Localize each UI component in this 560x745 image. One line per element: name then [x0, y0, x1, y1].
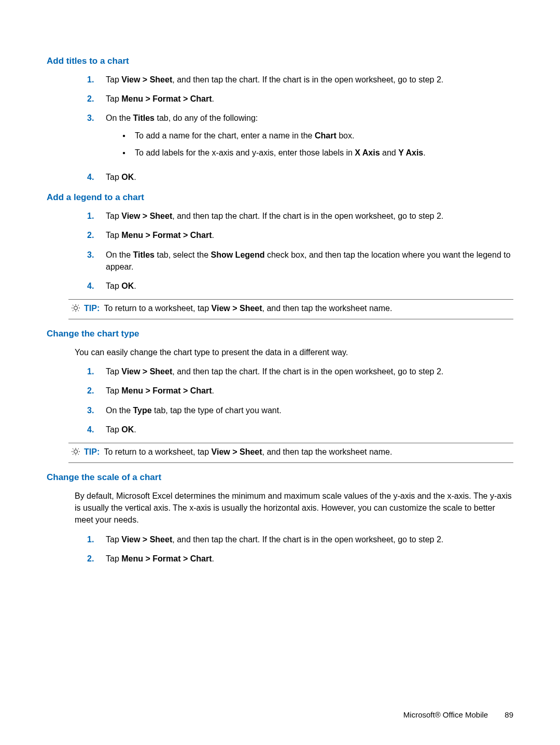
- svg-line-8: [78, 311, 79, 312]
- heading-add-legend: Add a legend to a chart: [47, 192, 513, 203]
- text: .: [212, 94, 214, 103]
- text: To return to a worksheet, tap: [104, 447, 211, 456]
- bold-text: Menu > Format > Chart: [121, 386, 212, 395]
- step-item: 2. Tap Menu > Format > Chart.: [87, 553, 513, 565]
- svg-line-7: [73, 311, 74, 312]
- page-number: 89: [505, 710, 513, 719]
- step-text: On the Titles tab, select the Show Legen…: [106, 249, 513, 273]
- step-text: Tap OK.: [106, 424, 513, 435]
- lightbulb-icon: [72, 448, 80, 458]
- step-item: 1. Tap View > Sheet, and then tap the ch…: [87, 533, 513, 545]
- bold-text: Titles: [133, 114, 155, 122]
- step-text: Tap OK.: [106, 171, 513, 183]
- text: , and then tap the chart. If the chart i…: [172, 212, 443, 220]
- text: To add a name for the chart, enter a nam…: [135, 131, 315, 140]
- bold-text: Menu > Format > Chart: [121, 554, 212, 563]
- text: .: [134, 425, 136, 434]
- heading-add-titles: Add titles to a chart: [47, 56, 513, 66]
- bold-text: X Axis: [355, 148, 380, 157]
- bold-text: View > Sheet: [121, 367, 172, 376]
- bold-text: Chart: [315, 131, 337, 140]
- steps-list: 1. Tap View > Sheet, and then tap the ch…: [87, 533, 513, 565]
- text: .: [134, 282, 136, 290]
- heading-change-type: Change the chart type: [47, 329, 513, 339]
- text: Tap: [106, 231, 121, 240]
- step-item: 1. Tap View > Sheet, and then tap the ch…: [87, 74, 513, 86]
- step-item: 3. On the Type tab, tap the type of char…: [87, 404, 513, 416]
- step-number: 2.: [87, 385, 101, 397]
- intro-paragraph: By default, Microsoft Excel determines t…: [75, 490, 513, 526]
- step-item: 3. On the Titles tab, do any of the foll…: [87, 112, 513, 164]
- text: .: [423, 148, 425, 157]
- bullet-list: To add a name for the chart, enter a nam…: [120, 130, 513, 159]
- step-text: Tap View > Sheet, and then tap the chart…: [106, 366, 513, 377]
- text: Tap: [106, 367, 121, 376]
- intro-paragraph: You can easily change the chart type to …: [75, 346, 513, 358]
- svg-line-6: [78, 305, 79, 306]
- step-text: Tap Menu > Format > Chart.: [106, 229, 513, 241]
- step-item: 2. Tap Menu > Format > Chart.: [87, 229, 513, 241]
- text: On the: [106, 114, 133, 122]
- text: .: [212, 231, 214, 240]
- step-number: 3.: [87, 112, 101, 124]
- tip-text: TIP: To return to a worksheet, tap View …: [84, 447, 392, 457]
- tip-callout: TIP: To return to a worksheet, tap View …: [68, 443, 513, 463]
- text: .: [212, 554, 214, 563]
- steps-list: 1. Tap View > Sheet, and then tap the ch…: [87, 210, 513, 292]
- bullet-item: To add labels for the x-axis and y-axis,…: [120, 147, 513, 159]
- bold-text: View > Sheet: [121, 212, 172, 220]
- bold-text: View > Sheet: [212, 447, 262, 456]
- svg-line-5: [73, 305, 74, 306]
- footer-title: Microsoft® Office Mobile: [403, 710, 488, 719]
- text: Tap: [106, 425, 121, 434]
- heading-change-scale: Change the scale of a chart: [47, 472, 513, 483]
- step-number: 2.: [87, 93, 101, 105]
- steps-list: 1. Tap View > Sheet, and then tap the ch…: [87, 74, 513, 183]
- text: Tap: [106, 173, 121, 181]
- bold-text: Titles: [133, 250, 155, 259]
- step-text: Tap OK.: [106, 280, 513, 292]
- bold-text: View > Sheet: [121, 535, 172, 544]
- text: , and then tap the worksheet name.: [262, 447, 393, 456]
- bold-text: Y Axis: [398, 148, 423, 157]
- text: .: [212, 386, 214, 395]
- text: tab, tap the type of chart you want.: [152, 406, 282, 415]
- page-footer: Microsoft® Office Mobile 89: [403, 710, 513, 719]
- bold-text: Menu > Format > Chart: [121, 94, 212, 103]
- document-page: Add titles to a chart 1. Tap View > Shee…: [0, 0, 560, 593]
- svg-point-9: [74, 450, 78, 454]
- text: To return to a worksheet, tap: [104, 304, 211, 313]
- text: Tap: [106, 554, 121, 563]
- step-item: 4. Tap OK.: [87, 424, 513, 435]
- step-text: Tap View > Sheet, and then tap the chart…: [106, 533, 513, 545]
- step-item: 1. Tap View > Sheet, and then tap the ch…: [87, 366, 513, 377]
- step-number: 1.: [87, 366, 101, 377]
- text: , and then tap the chart. If the chart i…: [172, 535, 443, 544]
- step-number: 1.: [87, 210, 101, 222]
- tip-label: TIP:: [84, 304, 100, 313]
- text: Tap: [106, 212, 121, 220]
- text: tab, select the: [155, 250, 211, 259]
- svg-line-16: [73, 454, 74, 455]
- step-text: Tap View > Sheet, and then tap the chart…: [106, 74, 513, 86]
- step-number: 2.: [87, 229, 101, 241]
- bold-text: Type: [133, 406, 151, 415]
- step-text: On the Titles tab, do any of the followi…: [106, 112, 513, 164]
- step-number: 3.: [87, 249, 101, 261]
- text: tab, do any of the following:: [155, 114, 258, 122]
- step-item: 1. Tap View > Sheet, and then tap the ch…: [87, 210, 513, 222]
- bullet-item: To add a name for the chart, enter a nam…: [120, 130, 513, 142]
- svg-line-15: [78, 448, 79, 449]
- step-text: Tap Menu > Format > Chart.: [106, 385, 513, 397]
- step-item: 2. Tap Menu > Format > Chart.: [87, 385, 513, 397]
- text: To add labels for the x-axis and y-axis,…: [135, 148, 355, 157]
- step-number: 4.: [87, 424, 101, 435]
- step-item: 3. On the Titles tab, select the Show Le…: [87, 249, 513, 273]
- step-item: 4. Tap OK.: [87, 171, 513, 183]
- text: Tap: [106, 94, 121, 103]
- text: .: [134, 173, 136, 181]
- text: On the: [106, 406, 133, 415]
- tip-text: TIP: To return to a worksheet, tap View …: [84, 304, 392, 313]
- bold-text: OK: [121, 173, 134, 181]
- tip-label: TIP:: [84, 447, 100, 456]
